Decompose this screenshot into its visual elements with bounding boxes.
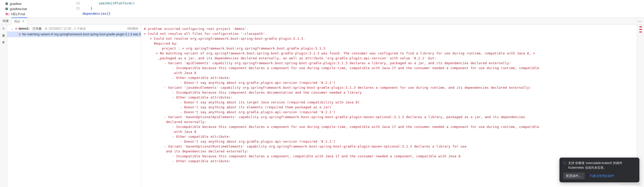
tab-sync[interactable]: 同步 ×: [12, 18, 27, 25]
watermark: CSDN @猫头夜: [619, 182, 641, 186]
tab-sync-label: 同步: [14, 20, 20, 23]
file-tree-item[interactable]: ⚙ gradlew: [5, 1, 72, 6]
notification-text: 支持 依赖项 'executable:kubectl' 的插件 Kubernet…: [568, 161, 636, 170]
project-name: demo1:: [19, 27, 30, 30]
info-icon: ⓘ: [563, 161, 566, 170]
error-icon: ⊘: [15, 27, 18, 30]
tab-build[interactable]: 构建: [0, 18, 12, 24]
code-line: useJUnitPlatform(): [82, 1, 135, 5]
close-icon[interactable]: ×: [22, 19, 24, 23]
error-mark[interactable]: [639, 31, 642, 32]
build-status: 已失败: [32, 27, 42, 31]
build-result-tree[interactable]: ⌄ ⊘ demo1: 已失败 在 2023/8/27 12:38，1 个错误 4…: [7, 25, 141, 187]
code-editor[interactable]: 24 useJUnitPlatform() 25 } dependencies{…: [72, 0, 644, 17]
gradle-icon: ⚙: [5, 7, 8, 11]
error-mark[interactable]: [639, 26, 642, 27]
file-name: HELP.md: [11, 12, 25, 16]
error-summary: No matching variant of org.springframewo…: [22, 32, 141, 36]
error-icon: ⊘: [19, 32, 21, 36]
line-number: 25: [72, 6, 82, 10]
build-root-node[interactable]: ⌄ ⊘ demo1: 已失败 在 2023/8/27 12:38，1 个错误 4…: [7, 26, 141, 31]
line-number: 24: [72, 1, 82, 5]
build-duration: 486毫秒: [127, 27, 141, 31]
build-error-node[interactable]: ⊘ No matching variant of org.springframe…: [7, 31, 141, 37]
code-line: }: [82, 6, 93, 10]
markdown-icon: M↓: [5, 13, 10, 15]
gradle-icon: ⚙: [5, 2, 8, 6]
file-name: gradlew.bat: [10, 7, 27, 11]
plugin-notification: ⓘ 支持 依赖项 'executable:kubectl' 的插件 Kubern…: [559, 158, 639, 182]
build-tool-rail: ↻ ▦ ◐: [0, 25, 7, 187]
code-line: dependencies{}: [82, 12, 111, 15]
project-file-tree[interactable]: ⚙ gradlew ⚙ gradlew.bat M↓ HELP.md: [0, 0, 72, 17]
dismiss-plugin-link[interactable]: 不建议使用此插件: [589, 174, 614, 178]
configure-plugin-button[interactable]: 配置插件…: [563, 173, 585, 179]
file-name: gradlew: [10, 2, 22, 6]
file-tree-item[interactable]: ⚙ gradlew.bat: [5, 6, 72, 11]
minimize-icon[interactable]: —: [638, 19, 641, 23]
file-tree-item[interactable]: M↓ HELP.md: [5, 11, 72, 17]
refresh-icon[interactable]: ↻: [1, 26, 6, 31]
chevron-down-icon[interactable]: ⌄: [11, 27, 14, 30]
stop-icon[interactable]: ▦: [1, 33, 6, 38]
filter-icon[interactable]: ◐: [1, 40, 6, 44]
bottom-panel-tabs: 构建 同步 × —: [0, 18, 644, 25]
build-meta: 在 2023/8/27 12:38，1 个错误: [45, 27, 86, 31]
error-mark[interactable]: [639, 29, 642, 30]
